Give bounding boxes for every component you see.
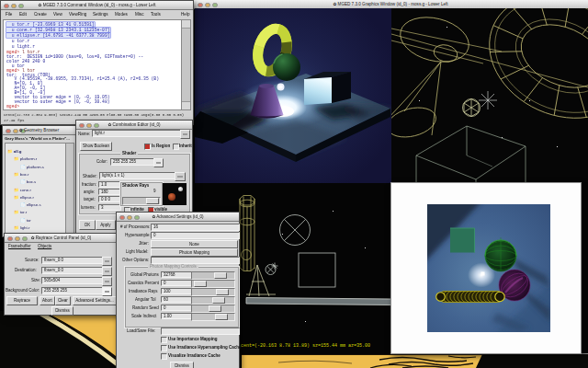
svg-text:cent=(-20.163 8.78 13.89) sz=1: cent=(-20.163 8.78 13.89) sz=155.44 mm a… [241,343,370,349]
